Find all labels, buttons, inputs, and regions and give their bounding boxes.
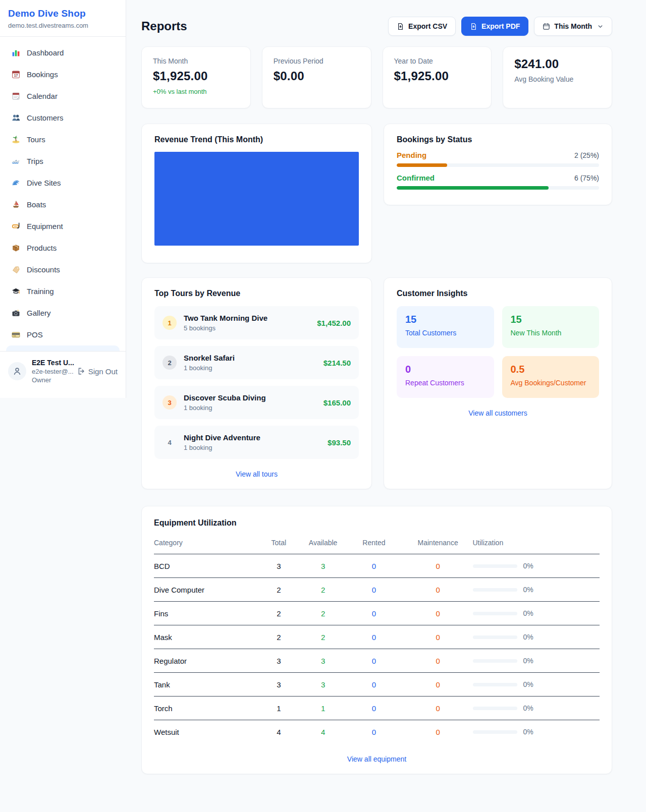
sign-out-icon <box>77 367 85 375</box>
sidebar-item-calendar[interactable]: Calendar <box>6 85 120 107</box>
equipment-value: 0 <box>403 720 473 744</box>
view-all-tours-link[interactable]: View all tours <box>154 470 359 478</box>
equipment-utilization-title: Equipment Utilization <box>154 518 600 528</box>
equipment-value: 0 <box>345 602 403 625</box>
equipment-value: 1 <box>256 697 301 720</box>
sidebar-item-label: Discounts <box>27 265 60 274</box>
sidebar-item-boats[interactable]: Boats <box>6 194 120 215</box>
tour-name: Snorkel Safari <box>184 354 316 362</box>
equipment-table-header: CategoryTotalAvailableRentedMaintenanceU… <box>154 535 600 554</box>
status-rows: Pending2 (25%)Confirmed6 (75%) <box>397 151 599 190</box>
calendar-pad-icon <box>11 92 20 101</box>
period-dropdown[interactable]: This Month <box>534 17 612 36</box>
sidebar-item-trips[interactable]: Trips <box>6 150 120 172</box>
insight-label: New This Month <box>511 329 591 337</box>
insight-value: 0 <box>405 364 486 375</box>
shop-domain: demo.test.divestreams.com <box>8 22 118 29</box>
tour-amount: $1,452.00 <box>317 319 351 327</box>
utilization-bar-track <box>473 612 517 615</box>
equipment-value: 3 <box>256 673 301 697</box>
equipment-utilization: 0% <box>473 649 600 673</box>
sidebar-item-label: Tours <box>27 135 45 144</box>
equipment-col-header: Category <box>154 535 256 554</box>
page-header: Reports Export CSV Export PDF This Month <box>141 17 612 36</box>
stat-value: $0.00 <box>274 69 360 83</box>
equipment-value: 0 <box>403 602 473 625</box>
utilization-bar-track <box>473 659 517 663</box>
equipment-category: Mask <box>154 625 256 649</box>
sidebar-item-products[interactable]: Products <box>6 237 120 259</box>
stat-value: $241.00 <box>514 57 601 71</box>
equipment-utilization: 0% <box>473 673 600 697</box>
tour-list-item: 2Snorkel Safari1 booking$214.50 <box>154 346 359 379</box>
speedboat-icon <box>11 157 20 166</box>
equipment-value: 3 <box>301 649 345 673</box>
equipment-value: 3 <box>256 649 301 673</box>
file-download-icon <box>470 23 477 30</box>
tour-rank-badge: 3 <box>163 395 177 410</box>
sidebar-item-label: POS <box>27 330 43 339</box>
export-csv-button[interactable]: Export CSV <box>388 17 456 36</box>
stat-cards: This Month $1,925.00 +0% vs last month P… <box>141 46 612 108</box>
export-pdf-button[interactable]: Export PDF <box>461 17 528 36</box>
equipment-value: 3 <box>301 554 345 578</box>
sidebar-item-label: Training <box>27 287 54 296</box>
equipment-category: Tank <box>154 673 256 697</box>
utilization-percent: 0% <box>523 728 533 736</box>
utilization-bar-track <box>473 635 517 639</box>
sidebar-item-label: Products <box>27 244 57 252</box>
equipment-row: Fins22000% <box>154 602 600 625</box>
equipment-value: 4 <box>256 720 301 744</box>
status-bar-track <box>397 186 599 190</box>
sidebar-item-discounts[interactable]: Discounts <box>6 259 120 280</box>
sidebar-item-dive-sites[interactable]: Dive Sites <box>6 172 120 194</box>
tour-amount: $93.50 <box>328 438 351 447</box>
utilization-bar-track <box>473 588 517 592</box>
sidebar-item-training[interactable]: Training <box>6 280 120 302</box>
insight-label: Avg Bookings/Customer <box>511 379 591 387</box>
equipment-utilization: 0% <box>473 602 600 625</box>
equipment-value: 0 <box>403 697 473 720</box>
file-download-icon <box>397 23 404 30</box>
equipment-utilization: 0% <box>473 578 600 602</box>
equipment-value: 2 <box>256 578 301 602</box>
island-icon <box>11 135 20 144</box>
equipment-value: 0 <box>345 554 403 578</box>
equipment-table: CategoryTotalAvailableRentedMaintenanceU… <box>154 535 600 744</box>
user-info: E2E Test U... e2e-tester@... Owner <box>32 359 72 384</box>
tour-amount: $165.00 <box>324 398 351 407</box>
equipment-utilization: 0% <box>473 554 600 578</box>
view-all-customers-link[interactable]: View all customers <box>397 409 599 417</box>
tour-name: Two Tank Morning Dive <box>184 314 310 322</box>
header-actions: Export CSV Export PDF This Month <box>388 17 612 36</box>
stat-label: Avg Booking Value <box>514 75 601 83</box>
calendar-date-icon: 17 <box>11 70 20 79</box>
sidebar-item-label: Boats <box>27 200 46 209</box>
equipment-utilization-card: Equipment Utilization CategoryTotalAvail… <box>141 506 612 774</box>
bar-chart-icon <box>11 48 20 57</box>
equipment-utilization: 0% <box>473 625 600 649</box>
sidebar-item-dashboard[interactable]: Dashboard <box>6 42 120 64</box>
sidebar: Demo Dive Shop demo.test.divestreams.com… <box>0 0 126 398</box>
tour-bookings: 1 booking <box>184 404 316 412</box>
revenue-trend-card: Revenue Trend (This Month) <box>141 124 372 263</box>
sidebar-item-reports-partial[interactable] <box>6 345 120 351</box>
sidebar-item-bookings[interactable]: 17Bookings <box>6 64 120 85</box>
tour-bookings: 5 bookings <box>184 324 310 332</box>
sign-out-button[interactable]: Sign Out <box>77 367 118 376</box>
equipment-value: 2 <box>256 602 301 625</box>
stat-card-avg-booking-value: $241.00 Avg Booking Value <box>503 46 612 108</box>
tag-icon <box>11 265 20 274</box>
customer-insights-title: Customer Insights <box>397 289 599 298</box>
sidebar-item-tours[interactable]: Tours <box>6 129 120 150</box>
sidebar-item-equipment[interactable]: Equipment <box>6 215 120 237</box>
bookings-by-status-card: Bookings by Status Pending2 (25%)Confirm… <box>384 124 612 205</box>
utilization-bar-track <box>473 730 517 734</box>
sidebar-item-pos[interactable]: POS <box>6 324 120 345</box>
view-all-equipment-link[interactable]: View all equipment <box>154 755 600 763</box>
equipment-value: 1 <box>301 697 345 720</box>
svg-text:17: 17 <box>14 74 18 77</box>
sidebar-item-gallery[interactable]: Gallery <box>6 302 120 324</box>
tour-bookings: 1 booking <box>184 364 316 372</box>
sidebar-item-customers[interactable]: Customers <box>6 107 120 129</box>
